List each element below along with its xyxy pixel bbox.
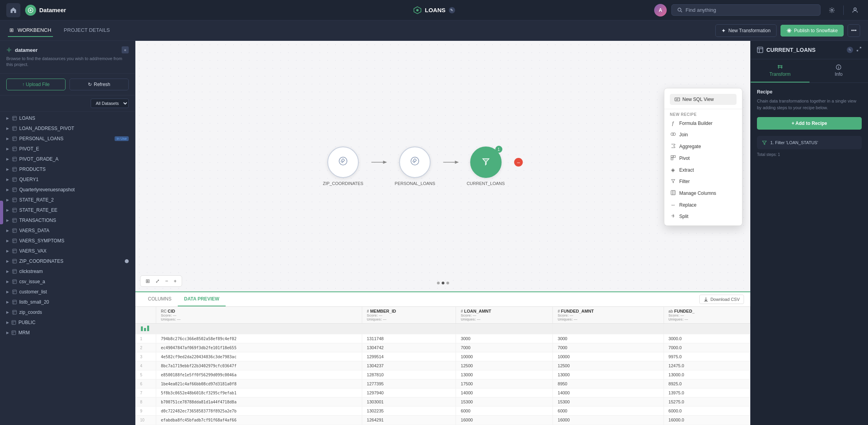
canvas-tool-fit[interactable]: ⤢ <box>153 277 162 285</box>
more-options-button[interactable]: ••• <box>848 24 860 37</box>
tab-project-details[interactable]: PROJECT DETAILS <box>62 24 111 37</box>
settings-button[interactable] <box>825 4 839 17</box>
table-row[interactable]: 8 b700751ce78788dda81d1a44f4718d8a 13030… <box>135 398 750 407</box>
download-csv-button[interactable]: Download CSV <box>699 295 744 304</box>
menu-item-manage-columns[interactable]: Manage Columns <box>664 187 742 199</box>
menu-item-pivot[interactable]: Pivot <box>664 152 742 164</box>
right-panel-expand-button[interactable] <box>856 46 862 53</box>
row-number: 8 <box>135 398 156 407</box>
sidebar-collapse-button[interactable]: « <box>122 46 129 53</box>
project-edit-button[interactable]: ✎ <box>449 7 455 13</box>
dataset-item-pivot-grade-a[interactable]: ▶ PIVOT_GRADE_A <box>0 154 135 164</box>
node-remove-btn[interactable]: – <box>514 158 523 167</box>
dataset-name: zip_coords <box>19 310 129 315</box>
table-row[interactable]: 10 efabdba8fc45bfadb7cf91f68af4af66 1264… <box>135 416 750 425</box>
col-header-cid[interactable]: RC CID Score: --- Uniques: --- <box>156 307 362 324</box>
dataset-item-transactions[interactable]: ▶ TRANSACTIONS <box>0 215 135 225</box>
publish-snowflake-button[interactable]: Publish to Snowflake <box>780 25 844 37</box>
dataset-item-quarterly[interactable]: ▶ Quarterlyrevenuesnapshot <box>0 185 135 195</box>
sql-icon <box>675 97 680 102</box>
home-button[interactable] <box>6 3 20 17</box>
cell-cid: 1be4ea021c4af66bb08cd97d3181a0f8 <box>156 379 362 388</box>
svg-rect-91 <box>141 326 143 331</box>
dataset-item-state-rate-2[interactable]: ▶ STATE_RATE_2 <box>0 195 135 205</box>
upload-file-button[interactable]: ↑ Upload File <box>6 79 66 90</box>
datasets-filter-select[interactable]: All Datasets <box>91 99 129 108</box>
menu-item-replace[interactable]: ↔ Replace <box>664 199 742 211</box>
dataset-item-state-rate-ee[interactable]: ▶ STATE_RATE_EE <box>0 205 135 215</box>
dataset-item-listb-small[interactable]: ▶ listb_small_20 <box>0 297 135 307</box>
tab-workbench[interactable]: ⊞ WORKBENCH <box>8 24 53 37</box>
dataset-item-personal-loans[interactable]: ▶ PERSONAL_LOANS In Use <box>0 134 135 144</box>
dataset-item-customer-list[interactable]: ▶ customer_list <box>0 287 135 297</box>
right-tab-info[interactable]: Info <box>810 59 868 82</box>
group-item-public[interactable]: ▶ PUBLIC <box>0 317 135 328</box>
dataset-item-zip-coordinates[interactable]: ▶ ZIP_COORDINATES <box>0 256 135 266</box>
table-row[interactable]: 7 5f8b3c0652e48b6018cf3295cf9efab1 12979… <box>135 388 750 398</box>
menu-item-filter[interactable]: Filter <box>664 176 742 187</box>
tab-columns[interactable]: COLUMNS <box>142 292 178 306</box>
canvas-dot-active[interactable] <box>441 282 444 284</box>
dataset-item-loan-address-pivot[interactable]: ▶ LOAN_ADDRESS_PIVOT <box>0 123 135 134</box>
table-row[interactable]: 9 d0c722482ec73658583778f8925a2e7b 13022… <box>135 407 750 416</box>
new-transformation-button[interactable]: ✦ New Transformation <box>715 24 776 37</box>
table-row[interactable]: 6 1be4ea021c4af66bb08cd97d3181a0f8 12773… <box>135 379 750 388</box>
menu-item-formula[interactable]: ƒ Formula Builder <box>664 117 742 129</box>
dataset-item-clickstream[interactable]: ▶ clickstream <box>0 266 135 277</box>
dataset-item-csv-issue-a[interactable]: ▶ csv_issue_a <box>0 277 135 287</box>
col-chart-cell <box>456 324 553 334</box>
col-header-member-id[interactable]: # MEMBER_ID Score: --- Uniques: --- <box>362 307 456 324</box>
expand-icon: ▶ <box>6 259 9 263</box>
flow-node-zip-coordinates[interactable]: ZIP_COORDINATES <box>323 147 363 186</box>
dataset-item-query1[interactable]: ▶ QUERY1 <box>0 174 135 185</box>
col-header-funded-amnt[interactable]: # FUNDED_AMNT Score: --- Uniques: --- <box>553 307 664 324</box>
search-box[interactable]: Find anything <box>671 4 821 16</box>
dataset-item-vaers-vax[interactable]: ▶ VAERS_VAX <box>0 246 135 256</box>
canvas-tool-grid[interactable]: ⊞ <box>144 277 152 285</box>
col-header-loan-amnt[interactable]: # LOAN_AMNT Score: --- Uniques: --- <box>456 307 553 324</box>
col-header-funded-rate[interactable]: ab FUNDED_ Score: --- Uniques: --- <box>664 307 750 324</box>
menu-item-split[interactable]: Split <box>664 211 742 222</box>
canvas-tool-zoom-in[interactable]: + <box>172 277 179 285</box>
node-label: PERSONAL_LOANS <box>395 181 435 186</box>
canvas-tool-zoom-out[interactable]: − <box>163 277 170 285</box>
app-name: Datameer <box>39 7 66 13</box>
flow-node-personal-loans[interactable]: PERSONAL_LOANS <box>395 147 435 186</box>
menu-item-aggregate[interactable]: Aggregate <box>664 141 742 152</box>
table-row[interactable]: 2 ec49047847af069f3db2fe101f18e655 13047… <box>135 343 750 352</box>
table-row[interactable]: 1 794b8c276cc366e8502a58ef89c4ef02 13117… <box>135 334 750 343</box>
right-tab-transform[interactable]: Transform <box>751 59 810 82</box>
recipe-step-1[interactable]: 1. Filter 'LOAN_STATUS' <box>757 136 862 149</box>
tab-data-preview[interactable]: DATA PREVIEW <box>178 292 226 306</box>
user-button[interactable] <box>848 4 862 17</box>
expand-icon: ▶ <box>6 269 9 273</box>
table-row[interactable]: 3 4e582cf9ed2da220434836c3de7983ac 12995… <box>135 352 750 361</box>
dataset-item-products[interactable]: ▶ PRODUCTS <box>0 164 135 174</box>
expand-icon: ▶ <box>6 280 9 284</box>
menu-item-join[interactable]: Join <box>664 129 742 141</box>
canvas-dot[interactable] <box>437 282 439 284</box>
dataset-item-zip-coords[interactable]: ▶ zip_coords <box>0 307 135 317</box>
canvas-dot[interactable] <box>446 282 449 284</box>
right-panel-edit-button[interactable]: ✎ <box>847 47 853 53</box>
new-sql-view-button[interactable]: New SQL View <box>670 94 737 105</box>
center-area: ZIP_COORDINATES PERSONAL_LOANS <box>135 41 750 425</box>
table-row[interactable]: 5 e8500188fe1e5ff0f56299d099c0046a 12878… <box>135 370 750 379</box>
dataset-item-vaers-symptoms[interactable]: ▶ VAERS_SYMPTOMS <box>0 236 135 246</box>
dataset-item-vaers-data[interactable]: ▶ VAERS_DATA <box>0 225 135 236</box>
add-to-recipe-button[interactable]: + Add to Recipe <box>757 117 862 130</box>
group-item-mrm[interactable]: ▶ MRM <box>0 328 135 338</box>
refresh-button[interactable]: ↻ Refresh <box>69 79 129 90</box>
node-icon <box>409 156 420 169</box>
logo-circle <box>25 5 36 16</box>
canvas[interactable]: ZIP_COORDINATES PERSONAL_LOANS <box>135 41 750 291</box>
col-uniques: Uniques: --- <box>367 317 451 321</box>
table-row[interactable]: 4 8bc7a1719ebbf22b3402979cfc03647f 13042… <box>135 361 750 370</box>
dataset-item-pivot-e[interactable]: ▶ PIVOT_E <box>0 144 135 154</box>
flow-node-current-loans[interactable]: 1 CURRENT_LOANS <box>467 147 505 186</box>
menu-item-extract[interactable]: ◈ Extract <box>664 164 742 176</box>
dataset-item-loans[interactable]: ▶ LOANS <box>0 113 135 123</box>
data-table[interactable]: RC CID Score: --- Uniques: --- # MEMBER_… <box>135 307 750 425</box>
col-uniques: Uniques: --- <box>558 317 658 321</box>
avatar[interactable]: A <box>654 4 667 16</box>
